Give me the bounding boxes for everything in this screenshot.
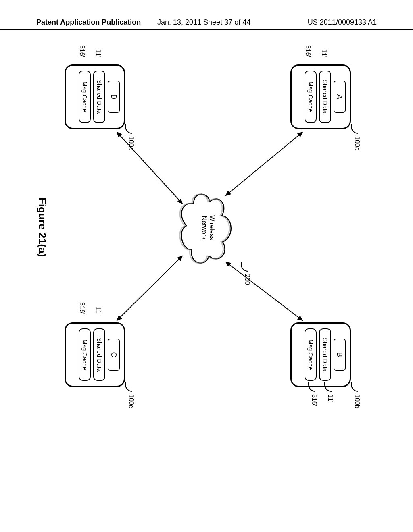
svg-line-3: [117, 256, 182, 320]
page-header: Patent Application Publication Jan. 13, …: [0, 18, 413, 30]
header-left: Patent Application Publication: [36, 18, 141, 27]
ref-a-cache: 316': [304, 45, 311, 57]
ref-100b: 100b: [353, 394, 361, 409]
header-center: Jan. 13, 2011 Sheet 37 of 44: [157, 18, 250, 27]
ref-100c: 100c: [127, 394, 135, 408]
svg-line-0: [226, 132, 302, 195]
page: Patent Application Publication Jan. 13, …: [0, 0, 413, 532]
connection-arrows: [36, 56, 375, 395]
rotated-diagram: A Shared Data Msg Cache 100a 11' 316' B …: [36, 56, 375, 395]
ref-d-cache: 316': [78, 45, 86, 57]
ref-b-shared: 11': [327, 394, 334, 403]
figure-caption: Figure 21(a): [36, 197, 48, 257]
svg-line-1: [226, 262, 302, 320]
ref-b-cache: 316': [311, 394, 318, 406]
diagram-area: A Shared Data Msg Cache 100a 11' 316' B …: [36, 56, 375, 500]
header-right: US 2011/0009133 A1: [308, 18, 377, 27]
svg-line-2: [117, 132, 182, 204]
